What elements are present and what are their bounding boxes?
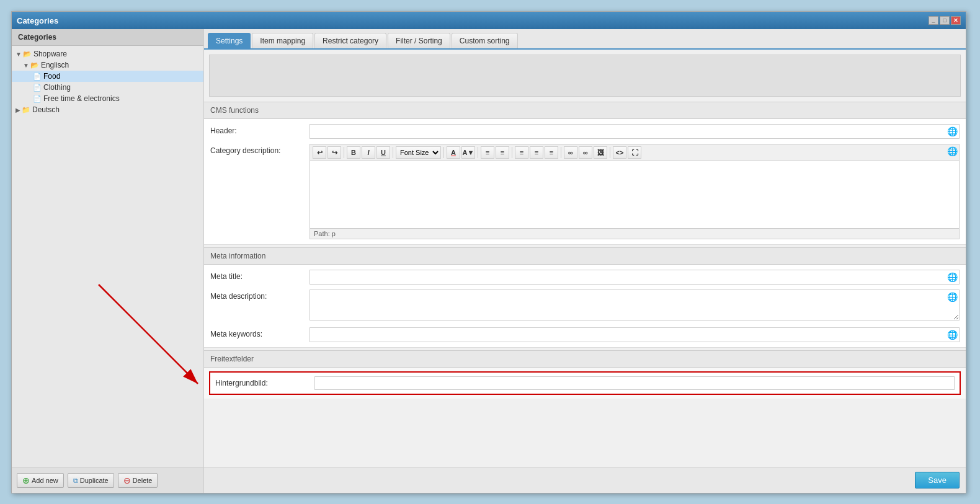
- tree-label: Food: [43, 72, 60, 81]
- category-desc-row: Category description: ↩ ↪ B I U: [210, 144, 960, 239]
- folder-closed-icon: 📁: [22, 106, 30, 114]
- font-bgcolor-button[interactable]: A▼: [461, 146, 475, 159]
- editor-path: Path: p: [310, 229, 960, 239]
- insert-link-button[interactable]: ∞: [564, 146, 577, 159]
- globe-button[interactable]: 🌐: [945, 124, 960, 139]
- header-field: 🌐: [310, 124, 960, 139]
- add-icon: ⊕: [22, 475, 30, 485]
- tree-label: Clothing: [43, 83, 71, 92]
- meta-desc-field: 🌐: [310, 290, 960, 322]
- sidebar-header: Categories: [12, 29, 203, 46]
- meta-desc-label: Meta description:: [210, 290, 310, 301]
- header-input[interactable]: [310, 124, 960, 139]
- content-area[interactable]: CMS functions Header: 🌐: [204, 50, 966, 467]
- freitext-header: Freitextfelder: [204, 350, 966, 368]
- window-controls: _ □ ✕: [929, 16, 961, 25]
- tab-label: Settings: [216, 37, 243, 45]
- code-button[interactable]: <>: [613, 146, 626, 159]
- font-color-button[interactable]: A: [447, 146, 460, 159]
- meta-title-label: Meta title:: [210, 270, 310, 281]
- undo-button[interactable]: ↩: [313, 146, 326, 159]
- category-tree: ▼ 📂 Shopware ▼ 📂 Englisch 📄 Food 📄: [12, 46, 203, 467]
- meta-section-header: Meta information: [204, 247, 966, 265]
- close-button[interactable]: ✕: [951, 16, 961, 25]
- bold-button[interactable]: B: [347, 146, 360, 159]
- fullscreen-button[interactable]: ⛶: [628, 146, 641, 159]
- meta-desc-textarea[interactable]: [310, 290, 960, 321]
- tree-label: Englisch: [41, 61, 69, 69]
- hintergrundbild-input[interactable]: [314, 376, 955, 390]
- tree-item-free-time[interactable]: 📄 Free time & electronics: [12, 93, 203, 104]
- expand-icon: ▼: [16, 51, 22, 58]
- tree-item-clothing[interactable]: 📄 Clothing: [12, 82, 203, 93]
- sidebar: Categories ▼ 📂 Shopware ▼ 📂 Englisch 📄: [12, 29, 204, 493]
- tree-label: Shopware: [33, 50, 67, 58]
- toolbar-separator: [478, 147, 478, 158]
- bottom-bar: Save: [204, 467, 966, 493]
- duplicate-button[interactable]: ⧉ Duplicate: [68, 473, 114, 488]
- align-left-button[interactable]: ≡: [515, 146, 528, 159]
- ordered-list-button[interactable]: ≡: [496, 146, 509, 159]
- globe-button-meta-title[interactable]: 🌐: [945, 270, 960, 285]
- redo-button[interactable]: ↪: [327, 146, 341, 159]
- folder-open-icon: 📂: [30, 61, 39, 69]
- delete-button[interactable]: ⊖ Delete: [118, 473, 158, 488]
- window-title: Categories: [17, 16, 58, 25]
- sidebar-footer: ⊕ Add new ⧉ Duplicate ⊖ Delete: [12, 467, 203, 493]
- tree-label: Deutsch: [32, 105, 60, 114]
- cms-section-header: CMS functions: [204, 102, 966, 119]
- meta-keywords-input[interactable]: [310, 327, 960, 342]
- freitext-section: Freitextfelder Hintergrundbild:: [204, 350, 966, 399]
- tab-label: Filter / Sorting: [396, 37, 442, 45]
- globe-button-desc[interactable]: 🌐: [945, 144, 960, 159]
- tree-item-deutsch[interactable]: ▶ 📁 Deutsch: [12, 104, 203, 115]
- tree-item-food[interactable]: 📄 Food: [12, 71, 203, 82]
- save-button[interactable]: Save: [915, 472, 960, 489]
- editor-toolbar: ↩ ↪ B I U Font Size: [310, 144, 960, 161]
- toolbar-separator: [344, 147, 344, 158]
- tab-filter-sorting[interactable]: Filter / Sorting: [388, 33, 450, 48]
- tab-settings[interactable]: Settings: [208, 33, 251, 48]
- header-row: Header: 🌐: [210, 124, 960, 139]
- image-preview-area: [209, 55, 961, 97]
- maximize-button[interactable]: □: [940, 16, 950, 25]
- window-body: Categories ▼ 📂 Shopware ▼ 📂 Englisch 📄: [12, 29, 966, 493]
- tab-label: Custom sorting: [460, 37, 510, 45]
- add-new-label: Add new: [32, 477, 58, 484]
- add-new-button[interactable]: ⊕ Add new: [17, 473, 64, 488]
- underline-button[interactable]: U: [376, 146, 390, 159]
- header-label: Header:: [210, 124, 310, 135]
- editor-content-area[interactable]: [310, 161, 960, 229]
- tab-item-mapping[interactable]: Item mapping: [252, 33, 313, 48]
- meta-desc-row: Meta description: 🌐: [210, 290, 960, 322]
- tab-custom-sorting[interactable]: Custom sorting: [452, 33, 518, 48]
- window-titlebar: Categories _ □ ✕: [12, 12, 966, 29]
- hintergrundbild-label: Hintergrundbild:: [215, 379, 314, 387]
- cms-section: CMS functions Header: 🌐: [204, 102, 966, 245]
- unordered-list-button[interactable]: ≡: [481, 146, 494, 159]
- italic-button[interactable]: I: [362, 146, 375, 159]
- tree-item-shopware[interactable]: ▼ 📂 Shopware: [12, 48, 203, 60]
- align-center-button[interactable]: ≡: [530, 146, 543, 159]
- tab-restrict-category[interactable]: Restrict category: [314, 33, 386, 48]
- minimize-button[interactable]: _: [929, 16, 938, 25]
- main-content: Settings Item mapping Restrict category …: [204, 29, 966, 493]
- globe-button-meta-desc[interactable]: 🌐: [945, 290, 960, 304]
- freitext-body: Hintergrundbild:: [204, 368, 966, 399]
- category-desc-field: ↩ ↪ B I U Font Size: [310, 144, 960, 239]
- folder-open-icon: 📂: [23, 50, 32, 58]
- meta-section-body: Meta title: 🌐 Meta description: 🌐: [204, 265, 966, 348]
- globe-button-meta-kw[interactable]: 🌐: [945, 327, 960, 342]
- align-right-button[interactable]: ≡: [545, 146, 558, 159]
- cms-section-body: Header: 🌐 Category description:: [204, 119, 966, 245]
- hintergrundbild-row: Hintergrundbild:: [209, 371, 961, 395]
- duplicate-label: Duplicate: [80, 477, 109, 484]
- expand-icon: ▼: [23, 62, 29, 69]
- toolbar-separator: [443, 147, 444, 158]
- tree-item-englisch[interactable]: ▼ 📂 Englisch: [12, 60, 203, 71]
- font-size-select[interactable]: Font Size: [396, 146, 441, 159]
- meta-title-input[interactable]: [310, 270, 960, 285]
- toolbar-separator: [561, 147, 561, 158]
- remove-link-button[interactable]: ∞: [579, 146, 592, 159]
- insert-image-button[interactable]: 🖼: [594, 146, 607, 159]
